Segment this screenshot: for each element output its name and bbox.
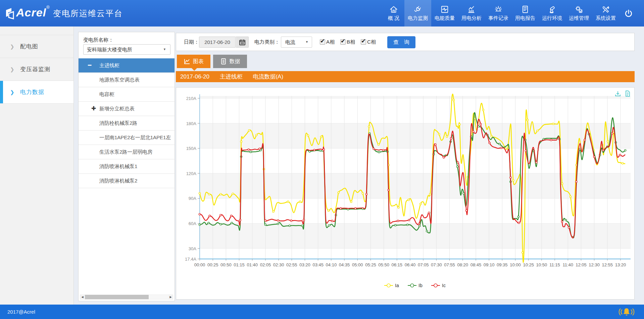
scrollbar-thumb[interactable] <box>85 295 149 299</box>
svg-text:12:30: 12:30 <box>589 262 600 267</box>
logo-text: Acrel <box>16 6 46 19</box>
station-select[interactable]: 安科瑞新大楼变电所 ▼ <box>83 44 170 55</box>
checkbox[interactable]: ✔ <box>361 39 366 45</box>
nav-item-home[interactable]: 概 况 <box>383 0 404 26</box>
svg-text:07:30: 07:30 <box>431 262 442 267</box>
svg-text:00:25: 00:25 <box>207 262 218 267</box>
tree-item[interactable]: 消防喷淋机械泵2 <box>79 174 175 188</box>
phase-checkbox-B相[interactable]: ✔B相 <box>340 33 355 51</box>
tree-item-label: 消防栓机械泵2路 <box>99 116 137 130</box>
svg-text:08:45: 08:45 <box>470 262 482 267</box>
download-icon[interactable] <box>614 90 621 97</box>
search-button[interactable]: 查 询 <box>387 36 415 48</box>
line-chart-icon <box>184 58 190 65</box>
tree-horizontal-scrollbar[interactable]: ◀ ▶ <box>80 295 173 300</box>
phase-checkbox-A相[interactable]: ✔A相 <box>320 33 335 51</box>
svg-text:09:35: 09:35 <box>497 262 508 267</box>
svg-text:06:15: 06:15 <box>392 262 403 267</box>
calendar-icon <box>239 39 245 45</box>
sidebar-item[interactable]: ❯配电图 <box>0 35 73 58</box>
svg-text:05:00: 05:00 <box>352 262 363 267</box>
chevron-down-icon: ▼ <box>163 45 166 54</box>
nav-item-analysis[interactable]: 用电分析 <box>458 0 485 26</box>
query-toolbar: 日期： 2017-06-20 电力类别： 电流 ▼ ✔A相✔B相✔C相 查 询 <box>176 33 635 51</box>
svg-text:180A: 180A <box>186 121 197 126</box>
plug-icon <box>413 5 422 14</box>
tab-chart[interactable]: 图表 <box>177 55 210 68</box>
tree-item[interactable]: ━主进线柜 <box>79 58 175 73</box>
tree-item[interactable]: ✚新增分立柜总表 <box>79 102 175 116</box>
gears-icon <box>575 5 583 14</box>
station-select-value: 安科瑞新大楼变电所 <box>87 47 132 52</box>
scroll-left-arrow-icon[interactable]: ◀ <box>80 295 85 299</box>
sidebar-item[interactable]: ❯变压器监测 <box>0 58 73 81</box>
svg-text:02:30: 02:30 <box>273 262 284 267</box>
nav-item-plug[interactable]: 电力监测 <box>404 0 431 26</box>
checkbox[interactable]: ✔ <box>320 39 325 45</box>
chevron-right-icon: ❯ <box>10 89 14 95</box>
banner-device: 主进线柜 <box>220 73 243 80</box>
phase-checkbox-C相[interactable]: ✔C相 <box>361 33 376 51</box>
scroll-right-arrow-icon[interactable]: ▶ <box>168 295 173 299</box>
phase-label: C相 <box>367 39 376 45</box>
tree-item[interactable]: 电容柜 <box>79 87 175 102</box>
sidebar-item-label: 配电图 <box>20 43 38 50</box>
tree-item[interactable]: 一层南1APE2右一层北1APE1左 <box>79 130 175 145</box>
nav-label: 事件记录 <box>488 15 508 21</box>
checkbox[interactable]: ✔ <box>340 39 346 45</box>
nav-item-report[interactable]: 用电报告 <box>512 0 539 26</box>
top-nav: 概 况电力监测电能质量用电分析事件记录用电报告运行环境运维管理系统设置 <box>383 0 638 26</box>
svg-text:12:05: 12:05 <box>576 262 587 267</box>
home-icon <box>389 5 398 14</box>
tree-item[interactable]: 生活水泵2路一层弱电房 <box>79 145 175 159</box>
nav-item-gears[interactable]: 运维管理 <box>565 0 592 26</box>
nav-item-tools[interactable]: 系统设置 <box>592 0 619 26</box>
alarm-icon <box>494 5 503 14</box>
nav-item-environment[interactable]: 运行环境 <box>539 0 565 26</box>
svg-text:07:05: 07:05 <box>418 262 429 267</box>
line-chart: 17.4A30A60A90A120A150A180A210A00:0000:25… <box>176 88 634 299</box>
station-name-label: 变电所名称： <box>83 37 113 43</box>
svg-text:210A: 210A <box>186 96 197 101</box>
power-icon <box>624 9 633 18</box>
collapse-minus-icon[interactable]: ━ <box>88 58 91 72</box>
svg-text:13:20: 13:20 <box>615 262 626 267</box>
power-type-select[interactable]: 电流 ▼ <box>281 37 312 48</box>
phase-label: A相 <box>326 39 335 45</box>
svg-text:02:55: 02:55 <box>286 262 297 267</box>
nav-label: 电力监测 <box>408 15 428 21</box>
svg-text:05:50: 05:50 <box>378 262 389 267</box>
data-table-icon <box>220 58 227 65</box>
date-label: 日期： <box>184 33 199 51</box>
app-title: 变电所运维云平台 <box>53 8 123 19</box>
tree-item-label: 一层南1APE2右一层北1APE1左 <box>99 130 171 145</box>
tree-item[interactable]: 消防喷淋机械泵1 <box>79 159 175 174</box>
expand-plus-icon[interactable]: ✚ <box>91 102 96 116</box>
svg-text:Ia: Ia <box>395 283 399 288</box>
banner-date: 2017-06-20 <box>180 73 209 80</box>
tree-item[interactable]: 地源热泵空调总表 <box>79 73 175 87</box>
svg-text:07:55: 07:55 <box>444 262 455 267</box>
sidebar-item[interactable]: ❯电力数据 <box>0 81 73 104</box>
svg-text:30A: 30A <box>189 246 196 251</box>
export-file-icon[interactable] <box>624 90 631 97</box>
tree-item[interactable]: 消防栓机械泵2路 <box>79 116 175 130</box>
tab-data[interactable]: 数据 <box>213 55 247 68</box>
logout-power-button[interactable] <box>619 0 638 26</box>
svg-text:60A: 60A <box>189 221 196 226</box>
svg-text:08:20: 08:20 <box>457 262 468 267</box>
svg-text:00:50: 00:50 <box>220 262 232 267</box>
notification-bell-icon[interactable] <box>617 306 636 318</box>
chevron-right-icon: ❯ <box>10 66 14 72</box>
power-type-label: 电力类别： <box>254 33 280 51</box>
nav-item-quality[interactable]: 电能质量 <box>431 0 458 26</box>
svg-text:120A: 120A <box>186 171 197 176</box>
copyright-text: 2017@Acrel <box>7 305 35 319</box>
environment-icon <box>548 5 556 14</box>
svg-text:09:10: 09:10 <box>484 262 495 267</box>
nav-item-alarm[interactable]: 事件记录 <box>485 0 512 26</box>
calendar-button[interactable] <box>236 37 249 48</box>
svg-text:10:25: 10:25 <box>523 262 534 267</box>
date-input[interactable]: 2017-06-20 <box>199 37 236 48</box>
svg-text:12:55: 12:55 <box>602 262 613 267</box>
